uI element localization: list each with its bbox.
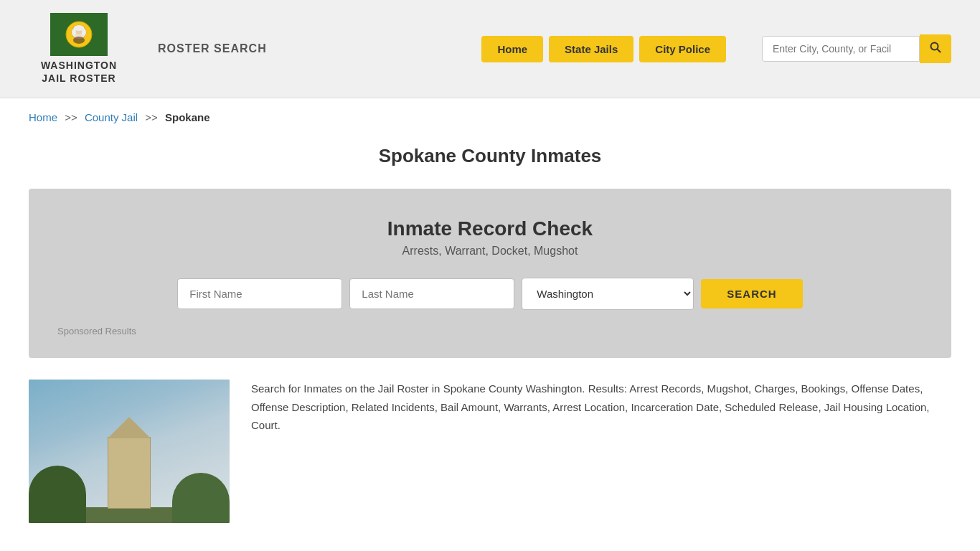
washington-flag-icon (50, 13, 108, 56)
breadcrumb-sep2: >> (145, 111, 158, 123)
header-search-button[interactable] (920, 34, 951, 63)
header-search-input[interactable] (762, 36, 920, 62)
breadcrumb: Home >> County Jail >> Spokane (0, 98, 980, 131)
svg-line-9 (938, 50, 941, 53)
record-check-box: Inmate Record Check Arrests, Warrant, Do… (29, 189, 951, 358)
state-select[interactable]: Washington AlabamaAlaskaArizonaArkansas … (522, 278, 694, 310)
header: WASHINGTONJAIL ROSTER ROSTER SEARCH Home… (0, 0, 980, 98)
svg-point-8 (931, 43, 938, 50)
last-name-input[interactable] (349, 278, 514, 309)
roster-search-label: ROSTER SEARCH (158, 42, 267, 55)
first-name-input[interactable] (177, 278, 342, 309)
record-form: Washington AlabamaAlaskaArizonaArkansas … (57, 278, 923, 310)
logo-area: WASHINGTONJAIL ROSTER (29, 13, 129, 85)
description-text: Search for Inmates on the Jail Roster in… (251, 380, 951, 435)
nav-links: Home State Jails City Police (481, 36, 726, 62)
building-image (29, 380, 230, 523)
bottom-section: Search for Inmates on the Jail Roster in… (0, 380, 980, 551)
page-title: Spokane County Inmates (0, 145, 980, 167)
search-icon (930, 42, 941, 53)
nav-home-button[interactable]: Home (481, 36, 543, 62)
nav-state-jails-button[interactable]: State Jails (549, 36, 633, 62)
svg-point-7 (82, 29, 86, 36)
header-search-bar (762, 34, 951, 63)
record-search-button[interactable]: SEARCH (701, 279, 802, 309)
breadcrumb-current: Spokane (165, 111, 210, 123)
logo-title: WASHINGTONJAIL ROSTER (41, 59, 117, 85)
breadcrumb-county-jail-link[interactable]: County Jail (85, 111, 138, 123)
sponsored-results-label: Sponsored Results (57, 326, 923, 336)
nav-city-police-button[interactable]: City Police (639, 36, 726, 62)
svg-point-3 (73, 37, 85, 44)
record-check-title: Inmate Record Check (57, 217, 923, 240)
breadcrumb-sep1: >> (65, 111, 77, 123)
record-check-subtitle: Arrests, Warrant, Docket, Mugshot (57, 245, 923, 258)
breadcrumb-home-link[interactable]: Home (29, 111, 57, 123)
svg-point-6 (72, 29, 76, 36)
page-title-wrap: Spokane County Inmates (0, 131, 980, 189)
